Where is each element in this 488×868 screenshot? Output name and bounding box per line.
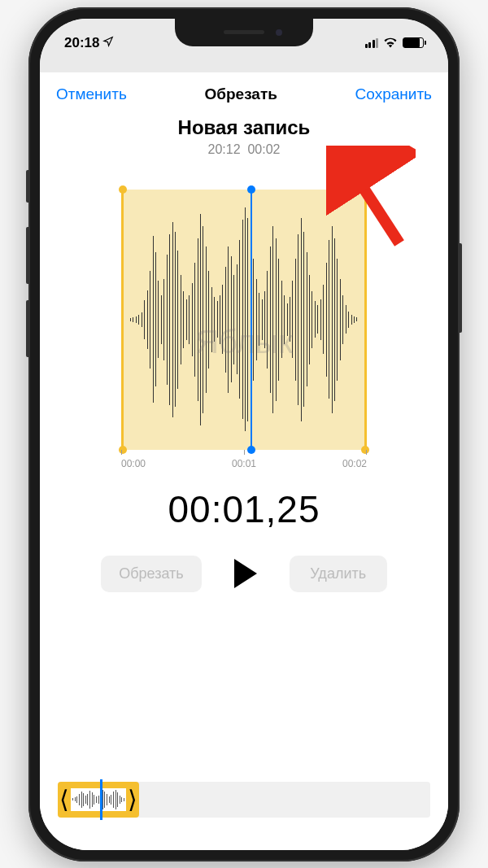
right-bracket-icon: ⟩ (128, 785, 137, 813)
current-time: 00:01,25 (40, 487, 448, 531)
location-arrow-icon (102, 36, 114, 50)
status-time: 20:18 (64, 35, 99, 51)
overview-waveform (71, 788, 126, 811)
timeline-ticks (121, 450, 367, 455)
save-button[interactable]: Сохранить (355, 85, 432, 103)
cancel-button[interactable]: Отменить (56, 85, 127, 103)
modal-backdrop (40, 59, 448, 72)
screen: 20:18 Отменить Обрезать Сохранить (40, 19, 448, 850)
nav-bar: Отменить Обрезать Сохранить (40, 72, 448, 111)
play-button[interactable] (234, 559, 257, 588)
waveform-editor[interactable]: Яблык 00:00 00:01 00:02 (89, 190, 399, 466)
recording-meta: 20:12 00:02 (40, 142, 448, 157)
playhead[interactable] (251, 190, 252, 450)
overview-playhead (100, 779, 102, 820)
overview-timeline[interactable]: ⟨ ⟩ (58, 782, 430, 818)
overview-trim-region[interactable]: ⟨ ⟩ (58, 782, 139, 818)
trim-sheet: Отменить Обрезать Сохранить Новая запись… (40, 72, 448, 850)
notch (175, 19, 313, 46)
cellular-signal-icon (365, 38, 379, 48)
trim-button[interactable]: Обрезать (101, 556, 201, 592)
waveform (130, 190, 358, 450)
trim-selection[interactable] (121, 190, 367, 450)
wifi-icon (383, 37, 398, 48)
playback-controls: Обрезать Удалить (40, 556, 448, 592)
delete-button[interactable]: Удалить (290, 556, 387, 592)
nav-title: Обрезать (204, 85, 277, 103)
phone-frame: 20:18 Отменить Обрезать Сохранить (28, 7, 460, 861)
recording-title: Новая запись (40, 116, 448, 139)
left-bracket-icon: ⟨ (59, 785, 69, 813)
timeline-labels: 00:00 00:01 00:02 (121, 458, 367, 469)
battery-icon (403, 37, 424, 48)
